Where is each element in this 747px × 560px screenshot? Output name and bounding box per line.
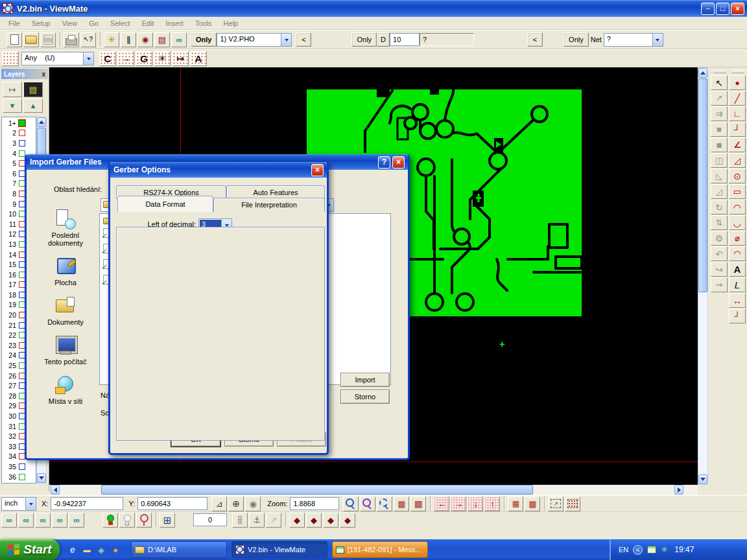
lamp-off-icon[interactable] xyxy=(119,513,135,528)
context-help-icon[interactable]: ↖? xyxy=(80,32,96,47)
dialog-title-bar[interactable]: Gerber Options × xyxy=(110,162,327,178)
place-network[interactable]: Místa v síti xyxy=(34,375,97,405)
draw-arc3-icon[interactable]: ◠ xyxy=(729,246,746,261)
insert-text-icon[interactable]: A xyxy=(729,262,746,277)
layer-table-icon[interactable]: ▤ xyxy=(23,82,43,97)
close-icon[interactable]: × xyxy=(311,164,324,176)
scroll-left-icon[interactable] xyxy=(51,485,60,495)
view-pads-icon[interactable]: ∞ xyxy=(35,513,51,528)
pan-left-icon[interactable]: ← xyxy=(434,496,449,511)
flip-item-icon[interactable]: ◺ xyxy=(711,169,728,183)
pad-shape-1-icon[interactable]: ◆ xyxy=(289,513,305,528)
grid-step-field[interactable]: 0 xyxy=(193,513,227,526)
view-outline-icon[interactable]: ∞ xyxy=(69,513,84,528)
print-icon[interactable] xyxy=(64,32,79,47)
scroll-up-icon[interactable] xyxy=(37,117,46,127)
net-combo[interactable]: ? xyxy=(604,33,663,47)
vertical-scrollbar[interactable] xyxy=(698,67,708,485)
shear-item-icon[interactable]: ◿ xyxy=(711,184,728,199)
y-coordinate-field[interactable]: 0.690643 xyxy=(137,497,208,510)
layer-color-swatch[interactable] xyxy=(19,474,25,480)
firefox-icon[interactable]: ● xyxy=(109,542,122,557)
cancel-button[interactable]: Storno xyxy=(340,390,390,404)
units-combo[interactable]: inch xyxy=(1,497,36,511)
menu-go[interactable]: Go xyxy=(83,18,104,29)
new-file-icon[interactable] xyxy=(6,32,22,47)
rotate-item-icon[interactable]: ↻ xyxy=(711,200,728,215)
scroll-down-icon[interactable] xyxy=(37,473,46,483)
flash-layer-icon[interactable]: ✳ xyxy=(104,32,119,47)
import-button[interactable]: Import xyxy=(340,373,390,387)
place-computer[interactable]: Tento počítač xyxy=(34,335,97,366)
tab-data-format[interactable]: Data Format xyxy=(117,196,213,212)
place-docs[interactable]: Dokumenty xyxy=(34,296,97,326)
tray-messenger-icon[interactable] xyxy=(647,546,656,554)
fill-rect-icon[interactable]: ■ xyxy=(711,122,728,137)
freehand-icon[interactable]: ⇝ xyxy=(711,277,728,292)
active-layer-combo[interactable]: 1) V2.PHO xyxy=(217,33,292,47)
draw-angle-icon[interactable]: ∠ xyxy=(729,137,746,152)
origin-target-icon[interactable]: ⊕ xyxy=(228,496,244,511)
hide-icons-icon[interactable]: < xyxy=(633,545,643,555)
menu-insert[interactable]: Insert xyxy=(160,18,189,29)
dock-panel-icon[interactable]: ↦ xyxy=(3,82,22,97)
zoom-field[interactable]: 1.8868 xyxy=(290,497,339,510)
aperture-pattern-icon[interactable] xyxy=(2,51,19,66)
menu-help[interactable]: Help xyxy=(218,18,244,29)
open-file-icon[interactable] xyxy=(23,32,39,47)
chevron-down-icon[interactable] xyxy=(25,498,36,510)
draw-corner-icon[interactable]: ┘ xyxy=(729,122,746,137)
layer-row-2[interactable]: 2 xyxy=(2,128,36,139)
anchor-icon[interactable]: ⚓ xyxy=(249,513,265,528)
mirror-item-icon[interactable]: ◫ xyxy=(711,153,728,168)
select-pointer-icon[interactable]: ↖ xyxy=(711,75,728,90)
layer-color-swatch[interactable] xyxy=(19,130,25,136)
dcode-label-button[interactable]: D xyxy=(377,32,390,47)
dcode-g-button[interactable]: G xyxy=(136,51,152,66)
draw-rect-icon[interactable]: ▭ xyxy=(729,184,746,199)
save-file-icon[interactable] xyxy=(40,32,56,47)
scrollbar-thumb[interactable] xyxy=(698,78,707,292)
scale-item-icon[interactable]: ⇅ xyxy=(711,215,728,230)
menu-select[interactable]: Select xyxy=(104,18,136,29)
grid-dots-icon[interactable]: ▦ xyxy=(394,496,409,511)
insert-dimension-icon[interactable]: ↔ xyxy=(729,293,746,308)
help-icon[interactable]: ? xyxy=(378,156,390,169)
settings-gear-icon[interactable]: ⚙ xyxy=(711,231,728,246)
aperture-filter-combo[interactable]: Any (U) xyxy=(21,52,94,65)
layer-down-icon[interactable]: ▼ xyxy=(3,99,22,113)
pan-up-icon[interactable]: ↑ xyxy=(484,496,500,511)
menu-tools[interactable]: Tools xyxy=(189,18,218,29)
minimize-button[interactable]: − xyxy=(701,3,715,15)
chevron-down-icon[interactable] xyxy=(652,34,663,46)
dcode-draw-button[interactable]: → xyxy=(117,51,134,66)
select-window-icon[interactable]: ↗ xyxy=(548,496,563,511)
restore-button[interactable]: □ xyxy=(716,3,729,15)
layer-row-1+[interactable]: 1+ xyxy=(2,118,36,128)
layer-color-swatch[interactable] xyxy=(19,140,25,146)
draw-polyline-icon[interactable]: ∟ xyxy=(729,106,746,121)
dcode-input[interactable]: 10 xyxy=(390,33,420,46)
layer-row-3[interactable]: 3 xyxy=(2,138,36,148)
layer-up-icon[interactable]: ▲ xyxy=(23,99,43,113)
dcode-a-button[interactable]: A xyxy=(190,51,207,66)
step-move-icon[interactable]: ↗ xyxy=(266,513,281,528)
draw-triangle-icon[interactable]: ◿ xyxy=(729,153,746,168)
dcode-c-button[interactable]: C xyxy=(99,51,116,66)
draw-arc-icon[interactable]: ◠ xyxy=(729,200,746,215)
menu-view[interactable]: View xyxy=(56,18,83,29)
inspect-mode-icon[interactable]: ∞ xyxy=(171,32,187,47)
undo-icon[interactable]: ↶ xyxy=(711,246,728,261)
locate-point-icon[interactable]: ◉ xyxy=(245,496,261,511)
layer-color-swatch[interactable] xyxy=(19,120,25,126)
snap-grid-icon[interactable]: ⣿ xyxy=(232,513,248,528)
language-indicator[interactable]: EN xyxy=(619,546,628,554)
view-selected-icon[interactable]: ∞ xyxy=(1,513,17,528)
tray-antivirus-icon[interactable]: ✳ xyxy=(661,545,667,554)
tab-auto-features[interactable]: Auto Features xyxy=(226,185,325,199)
layer-palette-icon[interactable]: ▤ xyxy=(154,32,170,47)
only-net-button[interactable]: Only xyxy=(563,32,589,47)
only-layer-button[interactable]: Only xyxy=(191,32,217,47)
taskbar-task-messenger[interactable]: [191-482-091] - Mess... xyxy=(332,541,428,558)
layers-panel-header[interactable]: Layers x xyxy=(1,69,48,79)
